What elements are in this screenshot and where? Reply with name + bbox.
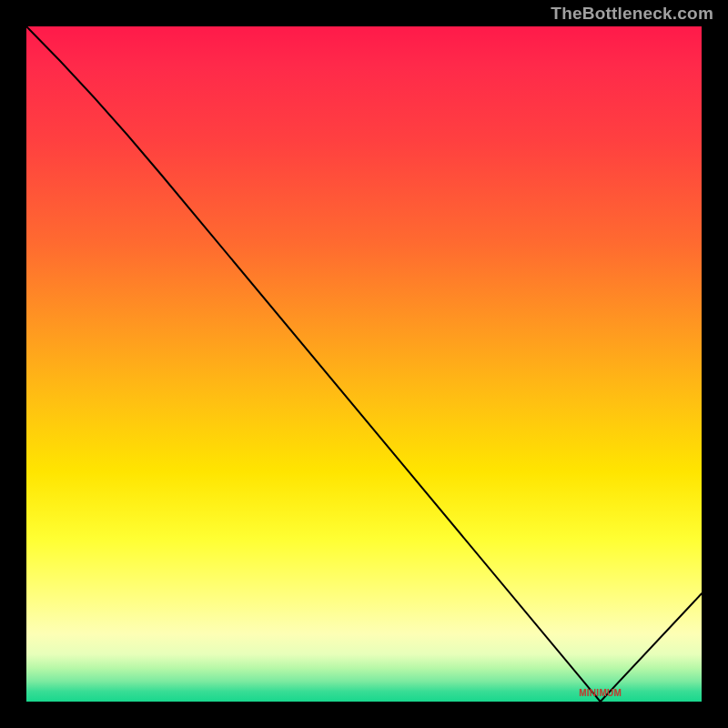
minimum-label: MINIMUM [579,688,622,698]
plot-area: MINIMUM [26,26,702,702]
bottleneck-curve [26,26,702,702]
watermark-text: TheBottleneck.com [551,4,713,24]
chart-stage: TheBottleneck.com MINIMUM [0,0,728,728]
curve-layer [26,26,702,702]
